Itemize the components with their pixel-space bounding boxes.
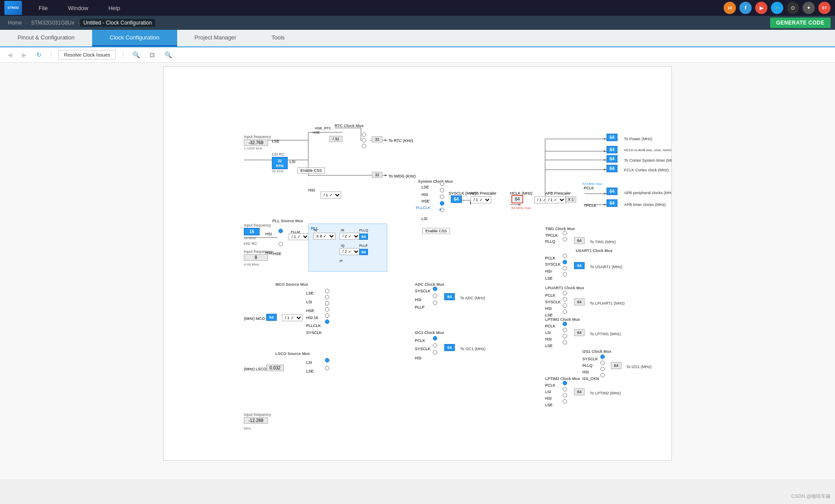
back-button[interactable]: ◀ — [5, 50, 14, 60]
menu-help[interactable]: Help — [105, 3, 124, 13]
lpuart1-mux-sysclk-radio[interactable] — [563, 297, 567, 302]
apb-prescaler-dropdown[interactable]: / 1 ✓ / 2 — [545, 196, 566, 203]
apb-prescaler-select[interactable]: / 1 ✓ / 2 — [545, 196, 566, 203]
twitter-icon[interactable]: 🐦 — [771, 2, 783, 14]
lptim1-mux-lsi-radio[interactable] — [563, 328, 567, 332]
mco-hse-radio[interactable] — [325, 301, 329, 305]
refresh-button[interactable]: ↻ — [34, 50, 44, 60]
zoom-out-button[interactable]: 🔍 — [162, 50, 174, 60]
mco-div1-select[interactable]: / 1 ✓ — [282, 314, 303, 321]
community-icon[interactable]: ✦ — [803, 2, 815, 14]
hse-label-rtc: HSE — [313, 129, 320, 135]
rtc-mux-hse-radio[interactable] — [362, 132, 366, 137]
pll-n-group: X 8 ✓ X 4 — [313, 233, 335, 240]
usart1-mux-sysclk-radio[interactable] — [563, 260, 567, 264]
lpuart1-mux-lse-radio[interactable] — [563, 309, 567, 314]
usart1-pclk-label: PCLK — [545, 255, 556, 260]
ahb-prescaler-select[interactable]: / 1 ✓ / 2 / 4 — [471, 196, 491, 203]
i2c1-hsi-radio[interactable] — [433, 350, 437, 355]
lpuart1-pclk-label: PCLK — [545, 292, 556, 298]
lse-freq-input[interactable] — [244, 139, 268, 146]
mco-lse-radio[interactable] — [325, 289, 329, 293]
tim1-mux-tpclk-radio[interactable] — [563, 231, 567, 235]
mco-sysclk-radio[interactable] — [325, 319, 329, 324]
pll-r-select[interactable]: / 2 ✓ / 4 — [339, 233, 360, 240]
tab-tools[interactable]: Tools — [254, 30, 302, 46]
to-apb-timer-value: 64 — [607, 200, 617, 206]
fit-button[interactable]: ⊡ — [147, 50, 157, 60]
pll-src-hsi-radio[interactable] — [278, 229, 283, 233]
mco-hsi16-radio[interactable] — [325, 307, 329, 312]
tab-pinout[interactable]: Pinout & Configuration — [0, 30, 92, 46]
hsi-div1-dropdown[interactable]: / 1 ✓ — [321, 192, 341, 199]
to-i2c1-value: 64 — [444, 344, 455, 350]
lptim2-lse-label: LSE — [545, 402, 553, 407]
rtc-mux-lsi-radio[interactable] — [362, 144, 366, 148]
i2s1-mux-pllq-radio[interactable] — [600, 361, 605, 365]
pll-q-select[interactable]: / 2 ✓ — [339, 248, 360, 255]
tim1-mux-block — [563, 231, 567, 241]
usart1-mux-lse-radio[interactable] — [563, 272, 567, 277]
lptim2-mux-lse-radio[interactable] — [563, 399, 567, 404]
generate-code-button[interactable]: GENERATE CODE — [770, 18, 831, 28]
tim1-mux-pllq-radio[interactable] — [563, 237, 567, 241]
bc-home[interactable]: Home — [4, 19, 25, 27]
i2s1-mux-i2s-radio[interactable] — [600, 373, 605, 377]
rtc-mux-lse-radio[interactable] — [362, 138, 366, 142]
facebook-icon[interactable]: f — [739, 2, 752, 14]
lptim1-mux-lse-radio[interactable] — [563, 340, 567, 344]
mco-pllclk-radio[interactable] — [325, 313, 329, 318]
i2c1-pclk-radio[interactable] — [433, 336, 437, 341]
resolve-clock-issues-button[interactable]: Resolve Clock Issues — [58, 50, 116, 60]
pll-n-select[interactable]: X 8 ✓ X 4 — [313, 233, 335, 240]
bc-device[interactable]: STM32G031G8Ux — [28, 19, 78, 27]
zoom-in-button[interactable]: 🔍 — [130, 50, 142, 60]
sys-mux-hsi-radio[interactable] — [440, 188, 444, 192]
mco-lsi-label: LSI — [306, 299, 312, 304]
i2s1-mux-sysclk-radio[interactable] — [600, 355, 605, 359]
mco-div1-dropdown[interactable]: / 1 ✓ — [282, 314, 303, 321]
usart1-mux-pclk-radio[interactable] — [563, 254, 567, 258]
pll-src-hse-radio[interactable] — [278, 242, 283, 246]
version-icon: 10 — [724, 2, 736, 14]
pll-m-select[interactable]: / 1 ✓ / 2 — [289, 233, 309, 240]
enable-css-bottom-button[interactable]: Enable CSS — [422, 228, 450, 234]
lsi-rc-label: LSI RC — [272, 152, 288, 156]
menu-file[interactable]: File — [35, 3, 51, 13]
tab-clock[interactable]: Clock Configuration — [92, 30, 177, 46]
lptim2-mux-hsi-radio[interactable] — [563, 393, 567, 398]
bottom-freq-input[interactable] — [244, 417, 268, 424]
lsco-output-input[interactable] — [266, 365, 284, 371]
sys-mux-hse-radio[interactable] — [440, 195, 444, 199]
lsco-lse-radio[interactable] — [325, 366, 329, 370]
rtc-div32: / 32 — [329, 136, 343, 142]
lptim2-mux-pclk-radio[interactable] — [563, 381, 567, 385]
adc-sysclk-radio[interactable] — [433, 287, 437, 291]
lptim1-mux-pclk-radio[interactable] — [563, 322, 567, 326]
hsi-div1-select[interactable]: / 1 ✓ — [321, 192, 341, 199]
lsco-lsi-radio[interactable] — [325, 358, 329, 362]
hse-freq-input[interactable] — [244, 254, 268, 261]
pllm-dropdown[interactable]: / 1 ✓ / 2 — [289, 233, 309, 240]
usart1-mux-hsi-radio[interactable] — [563, 266, 567, 270]
menu-window[interactable]: Window — [64, 3, 92, 13]
i2s1-mux-hsi-radio[interactable] — [600, 367, 605, 371]
lpuart1-mux-pclk-radio[interactable] — [563, 291, 567, 295]
lptim1-mux-hsi-radio[interactable] — [563, 334, 567, 338]
lpuart1-mux-hsi-radio[interactable] — [563, 303, 567, 308]
i2c1-sysclk-radio[interactable] — [433, 343, 437, 348]
input-freq-label-lse: Input frequency — [244, 135, 271, 139]
youtube-icon[interactable]: ▶ — [755, 2, 767, 14]
sys-mux-lse-radio[interactable] — [440, 181, 444, 186]
enable-css-button[interactable]: Enable CSS — [297, 167, 325, 174]
lptim2-mux-lsi-radio[interactable] — [563, 387, 567, 391]
github-icon[interactable]: ⊙ — [787, 2, 799, 14]
sys-mux-pllclk-radio[interactable] — [440, 201, 444, 206]
adc-pllp-radio[interactable] — [433, 301, 437, 305]
adc-hsi-radio[interactable] — [433, 294, 437, 298]
forward-button[interactable]: ▶ — [20, 50, 29, 60]
tab-project[interactable]: Project Manager — [177, 30, 254, 46]
st-icon[interactable]: ST — [818, 2, 831, 14]
ahb-prescaler-dropdown[interactable]: / 1 ✓ / 2 / 4 — [471, 196, 491, 203]
mco-lsi-radio[interactable] — [325, 295, 329, 299]
